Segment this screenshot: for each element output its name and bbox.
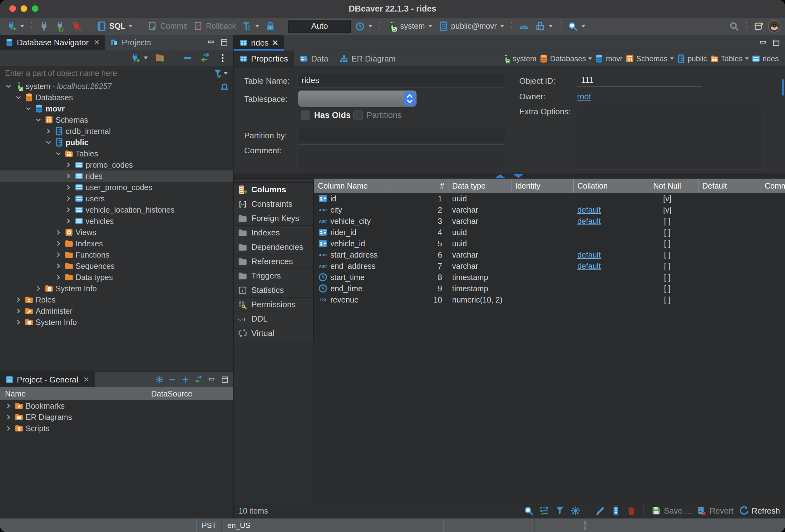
collapse-all-button[interactable] [180, 51, 195, 65]
tree-chevron-icon[interactable] [64, 195, 72, 203]
tree-item[interactable]: user_promo_codes [0, 182, 233, 193]
grid-settings-icon[interactable] [570, 505, 581, 516]
tree-item[interactable]: vehicle_location_histories [0, 204, 233, 216]
tree-chevron-icon[interactable] [4, 424, 12, 432]
close-icon[interactable]: ✕ [83, 375, 90, 384]
partitions-checkbox[interactable] [353, 110, 363, 120]
timezone-indicator[interactable]: PST [196, 518, 222, 532]
detail-tab[interactable]: Columns [233, 182, 313, 197]
sql-editor-button[interactable]: SQL [94, 19, 134, 33]
lock-button[interactable] [263, 19, 278, 33]
tree-chevron-icon[interactable] [54, 239, 62, 248]
link-with-editor-icon[interactable] [194, 375, 203, 384]
minimize-panel-icon[interactable] [759, 39, 767, 47]
tree-item[interactable]: public [0, 137, 233, 148]
tab-project-general[interactable]: Project - General ✕ [0, 372, 95, 387]
detail-tab[interactable]: References [233, 254, 313, 269]
quick-search-button[interactable] [727, 19, 741, 33]
edit-column-icon[interactable] [595, 505, 605, 516]
minimize-panel-icon[interactable] [207, 38, 216, 47]
tree-chevron-icon[interactable] [64, 172, 72, 180]
gear-icon[interactable] [155, 375, 163, 384]
maximize-panel-icon[interactable] [221, 375, 229, 384]
header-default[interactable]: Default [699, 179, 761, 193]
object-id-input[interactable] [577, 73, 702, 87]
tree-item[interactable]: Administer [0, 305, 233, 316]
column-row[interactable]: end_time 9 timestamp [ ] [314, 283, 785, 294]
tree-chevron-icon[interactable] [54, 251, 62, 259]
chevron-down-icon[interactable] [224, 72, 228, 75]
collapse-down-icon[interactable] [513, 174, 523, 178]
save-button[interactable]: Save ... [651, 505, 691, 516]
column-row[interactable]: start_time 8 timestamp [ ] [314, 272, 785, 283]
header-column-name[interactable]: Column Name [314, 179, 386, 193]
grid-filter-icon[interactable] [555, 505, 565, 516]
header-data-type[interactable]: Data type [448, 179, 511, 193]
tablespace-select[interactable] [298, 91, 416, 107]
tree-chevron-icon[interactable] [15, 93, 23, 101]
detail-tab[interactable]: Triggers [233, 269, 313, 283]
detail-tab[interactable]: Dependencies [233, 240, 313, 254]
tree-chevron-icon[interactable] [4, 413, 12, 421]
project-item[interactable]: Bookmarks [0, 400, 233, 411]
extra-options-box[interactable] [577, 105, 764, 170]
dashboard-button[interactable] [517, 19, 531, 33]
tree-item[interactable]: vehicles [0, 216, 233, 227]
header-identity[interactable]: Identity [511, 179, 574, 193]
breadcrumb-item[interactable]: public [676, 54, 707, 64]
tree-chevron-icon[interactable] [44, 127, 52, 135]
header-comment[interactable]: Comm [761, 179, 785, 193]
export-button[interactable] [533, 19, 555, 33]
column-row[interactable]: vehicle_id 5 uuid [ ] [314, 238, 785, 249]
reconnect-button[interactable] [53, 19, 68, 33]
tree-chevron-icon[interactable] [64, 161, 72, 169]
column-row[interactable]: ABCstart_address 6 varchar default [ ] [314, 249, 785, 260]
column-row[interactable]: id 1 uuid [v] [314, 193, 785, 204]
tree-chevron-icon[interactable] [15, 318, 23, 326]
detail-tab[interactable]: Permissions [233, 297, 313, 311]
chevron-down-icon[interactable] [670, 57, 674, 60]
breadcrumb-item[interactable]: Tables [710, 54, 749, 64]
column-row[interactable]: ABCend_address 7 varchar default [ ] [314, 260, 785, 272]
tree-chevron-icon[interactable] [64, 217, 72, 225]
tree-item[interactable]: users [0, 193, 233, 204]
breadcrumb-item[interactable]: system [502, 54, 536, 64]
tree-chevron-icon[interactable] [44, 138, 52, 146]
partition-by-input[interactable] [298, 128, 505, 142]
owner-link[interactable]: root [577, 92, 591, 101]
tree-chevron-icon[interactable] [64, 206, 72, 214]
tree-chevron-icon[interactable] [54, 273, 62, 281]
tree-chevron-icon[interactable] [4, 402, 12, 410]
refresh-button[interactable]: Refresh [738, 505, 780, 516]
tab-database-navigator[interactable]: Database Navigator ✕ [0, 35, 105, 50]
disconnect-button[interactable] [69, 19, 84, 33]
tree-item[interactable]: Roles [0, 294, 233, 305]
active-connection-select[interactable]: system [385, 19, 434, 33]
tree-item[interactable]: Databases [0, 92, 233, 103]
detail-tab[interactable]: <>T DDL [233, 311, 313, 326]
tree-item[interactable]: system - localhost:26257 [0, 80, 233, 92]
column-header-datasource[interactable]: DataSource [146, 387, 233, 400]
view-menu-button[interactable] [216, 51, 230, 65]
table-name-input[interactable] [298, 73, 505, 87]
detail-tab[interactable]: Virtual [233, 326, 313, 340]
new-connection-button[interactable] [128, 51, 150, 65]
tree-item[interactable]: Functions [0, 249, 233, 260]
tree-chevron-icon[interactable] [64, 183, 72, 192]
column-row[interactable]: rider_id 4 uuid [ ] [314, 227, 785, 238]
tree-chevron-icon[interactable] [15, 307, 23, 315]
comment-textarea[interactable] [298, 144, 505, 171]
add-column-icon[interactable] [610, 505, 621, 516]
editor-subtab[interactable]: <> Data [294, 51, 334, 67]
maximize-panel-icon[interactable] [772, 39, 781, 47]
project-item[interactable]: Scripts [0, 423, 233, 434]
column-header-name[interactable]: Name [0, 387, 146, 400]
tree-chevron-icon[interactable] [24, 105, 32, 113]
tree-chevron-icon[interactable] [34, 116, 43, 124]
has-oids-checkbox[interactable] [301, 110, 310, 120]
open-perspective-button[interactable] [752, 19, 766, 33]
tree-item[interactable]: i System Info [0, 316, 233, 328]
locale-indicator[interactable]: en_US [222, 518, 256, 532]
breadcrumb-item[interactable]: Databases [539, 54, 592, 64]
link-with-editor-button[interactable] [198, 51, 212, 65]
